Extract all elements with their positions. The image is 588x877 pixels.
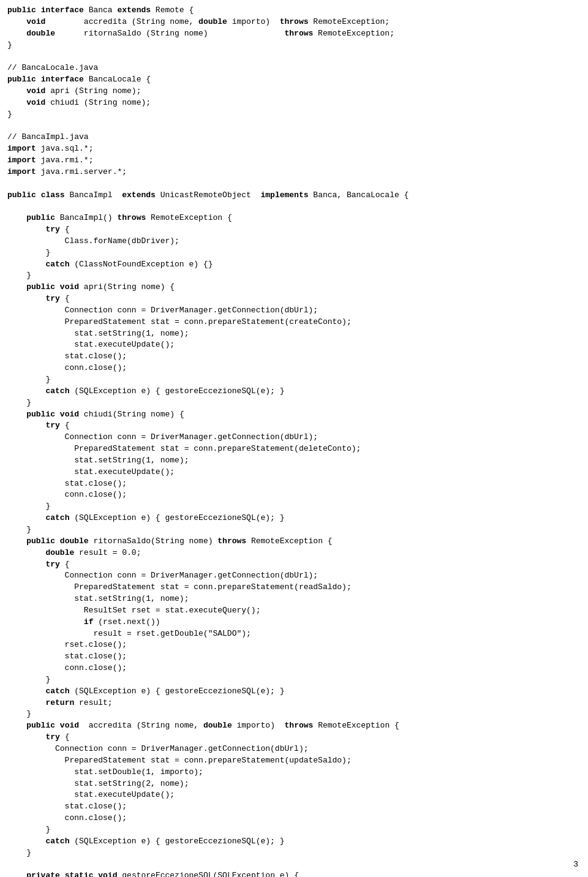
page-number: 3	[573, 859, 578, 871]
code-container: public interface Banca extends Remote { …	[7, 5, 581, 877]
